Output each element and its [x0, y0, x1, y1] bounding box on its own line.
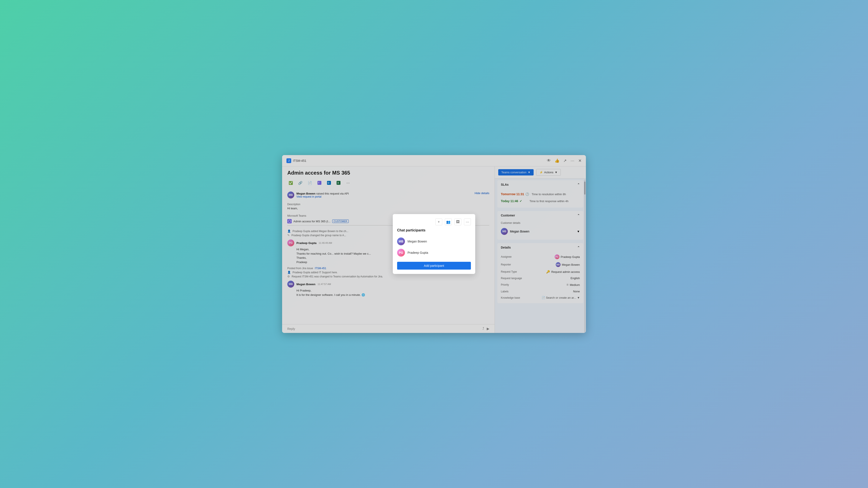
- participant-row-1: MB Megan Bowen: [397, 236, 471, 247]
- participant-avatar-2: PG: [397, 249, 405, 257]
- add-participant-button[interactable]: Add participant: [397, 262, 471, 269]
- modal-title: Chat participants: [397, 228, 471, 232]
- modal-overlay[interactable]: + 👥 🖼 ⋯ Chat participants MB Megan Bowen…: [282, 155, 586, 333]
- modal-screenshot-icon[interactable]: 🖼: [455, 219, 461, 225]
- participant-name-2: Pradeep Gupta: [407, 251, 428, 254]
- modal-group-icon[interactable]: 👥: [445, 219, 452, 225]
- participant-row-2: PG Pradeep Gupta: [397, 247, 471, 258]
- modal-more-icon[interactable]: ⋯: [464, 219, 471, 225]
- app-window: J ITSM-451 👁 👍 ↗ ⋯ ✕ Admin access for MS…: [282, 155, 586, 333]
- modal-plus-icon[interactable]: +: [435, 219, 442, 225]
- participant-avatar-1: MB: [397, 237, 405, 245]
- chat-participants-modal: + 👥 🖼 ⋯ Chat participants MB Megan Bowen…: [393, 214, 475, 274]
- participant-name-1: Megan Bowen: [407, 240, 427, 243]
- modal-toolbar: + 👥 🖼 ⋯: [397, 219, 471, 225]
